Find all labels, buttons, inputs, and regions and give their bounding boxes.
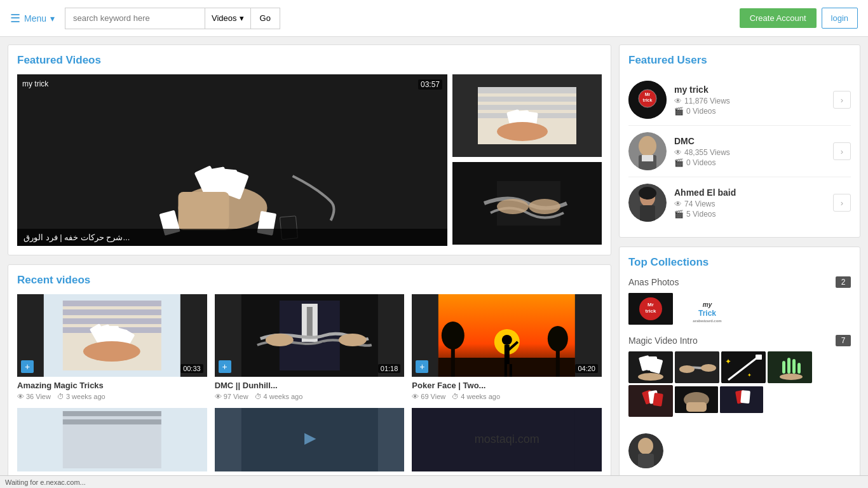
svg-rect-113 xyxy=(740,390,750,403)
svg-text:Trick: Trick xyxy=(698,309,716,318)
top-collections-title: Top Collections xyxy=(628,256,851,269)
featured-side-videos xyxy=(452,74,602,246)
recent-video-2-thumbnail: + 01:18 xyxy=(215,294,405,377)
eye-icon-u3: 👁 xyxy=(674,200,682,208)
add-to-collection-btn-1[interactable]: + xyxy=(21,360,34,373)
svg-point-23 xyxy=(529,199,560,214)
svg-text:Mr: Mr xyxy=(645,92,651,97)
svg-point-76 xyxy=(639,187,656,200)
eye-icon-2: 👁 xyxy=(215,393,222,400)
menu-chevron-icon: ▾ xyxy=(50,13,55,24)
svg-rect-95 xyxy=(756,355,762,360)
add-to-collection-btn-2[interactable]: + xyxy=(219,360,231,373)
bottom-video-2[interactable]: ▶ xyxy=(215,408,405,471)
user-2-name: DMC xyxy=(674,136,825,146)
bottom-video-3[interactable]: mostaqi.com xyxy=(412,408,602,471)
svg-point-115 xyxy=(638,438,653,454)
side-video-2[interactable] xyxy=(452,162,602,245)
video-3-views: 👁 69 View xyxy=(412,393,445,400)
featured-user-1[interactable]: Mr trick my trick 👁 11,876 Views 🎬 xyxy=(628,74,851,126)
status-bar: Waiting for e.nexac.com... xyxy=(0,475,868,488)
right-column: Featured Users Mr trick my trick xyxy=(619,44,860,488)
bottom-user-avatar xyxy=(628,433,663,468)
video-3-duration: 04:20 xyxy=(575,364,598,373)
user-2-chevron[interactable]: › xyxy=(833,142,851,160)
svg-rect-99 xyxy=(782,361,785,374)
collection-2-count: 7 xyxy=(836,335,851,346)
recent-video-1[interactable]: + 00:33 Amazing Magic Tricks 👁 36 View ⏱… xyxy=(17,294,207,400)
collection-2: Magic Video Intro 7 xyxy=(628,335,851,417)
left-column: Featured Videos xyxy=(8,44,611,488)
user-1-chevron[interactable]: › xyxy=(833,91,851,109)
featured-user-2[interactable]: DMC 👁 48,355 Views 🎬 0 Videos › xyxy=(628,126,851,177)
user-3-chevron[interactable]: › xyxy=(833,194,851,212)
coll-2-thumb-7[interactable] xyxy=(720,386,763,413)
recent-videos-title: Recent videos xyxy=(17,274,602,287)
video-1-meta: 👁 36 View ⏱ 3 weeks ago xyxy=(17,393,207,400)
svg-rect-51 xyxy=(510,364,512,377)
collection-1-thumb-2[interactable]: my Trick arabwizard.com xyxy=(675,293,739,325)
svg-point-55 xyxy=(548,326,568,351)
recent-videos-section: Recent videos xyxy=(8,264,611,481)
video-3-meta: 👁 69 View ⏱ 4 weeks ago xyxy=(412,393,602,400)
svg-point-53 xyxy=(442,322,465,349)
bottom-video-1[interactable] xyxy=(17,408,207,471)
login-button[interactable]: login xyxy=(822,8,858,29)
user-2-stats: 👁 48,355 Views 🎬 0 Videos xyxy=(674,148,825,167)
svg-rect-59 xyxy=(63,419,161,424)
coll-2-thumb-5[interactable] xyxy=(628,385,673,417)
collection-2-thumbs: ✦ ✦ xyxy=(628,351,851,417)
featured-videos-section: Featured Videos xyxy=(8,44,611,255)
user-1-views-stat: 👁 11,876 Views xyxy=(674,97,825,105)
svg-rect-48 xyxy=(505,345,510,364)
clock-icon-3: ⏱ xyxy=(452,393,459,400)
svg-point-42 xyxy=(338,334,366,346)
collection-1-count: 2 xyxy=(836,276,851,288)
recent-videos-grid: + 00:33 Amazing Magic Tricks 👁 36 View ⏱… xyxy=(17,294,602,400)
featured-main-video[interactable]: my trick 03:57 شرح حركات خفه | فرد الورق… xyxy=(17,74,447,246)
coll-2-thumb-6[interactable] xyxy=(675,386,718,413)
recent-video-2[interactable]: + 01:18 DMC || Dunhill... 👁 97 View ⏱ 4 … xyxy=(215,294,405,400)
svg-text:mostaqi.com: mostaqi.com xyxy=(475,433,539,445)
coll-2-thumb-3[interactable]: ✦ ✦ xyxy=(721,351,766,383)
collection-1-header: Anas Photos 2 xyxy=(628,276,851,288)
svg-rect-50 xyxy=(505,364,507,377)
user-1-info: my trick 👁 11,876 Views 🎬 0 Videos xyxy=(674,85,825,116)
coll-2-thumb-1[interactable] xyxy=(628,351,673,383)
collection-1-thumb-1[interactable]: Mr trick xyxy=(628,293,673,325)
search-type-dropdown[interactable]: Videos ▾ xyxy=(205,8,251,29)
user-1-stats: 👁 11,876 Views 🎬 0 Videos xyxy=(674,97,825,116)
user-1-name: my trick xyxy=(674,85,825,95)
svg-rect-107 xyxy=(653,393,663,407)
svg-rect-110 xyxy=(686,402,707,412)
user-3-videos-stat: 🎬 5 Videos xyxy=(674,210,825,219)
featured-user-3[interactable]: Ahmed El baid 👁 74 Views 🎬 5 Videos › xyxy=(628,177,851,228)
svg-rect-13 xyxy=(478,97,576,102)
svg-point-47 xyxy=(502,335,512,345)
coll-2-thumb-2[interactable] xyxy=(675,351,719,383)
user-1-avatar: Mr trick xyxy=(628,81,667,119)
eye-icon-u2: 👁 xyxy=(674,148,682,157)
coll-2-thumb-4[interactable] xyxy=(768,351,812,383)
user-2-views-stat: 👁 48,355 Views xyxy=(674,148,825,157)
create-account-button[interactable]: Create Account xyxy=(740,8,817,28)
main-video-title: شرح حركات خفه | فرد الورق... xyxy=(24,233,130,242)
top-collections-section: Top Collections Anas Photos 2 Mr trick xyxy=(619,247,860,478)
video-2-time: ⏱ 4 weeks ago xyxy=(255,393,303,400)
user-1-videos-stat: 🎬 0 Videos xyxy=(674,107,825,116)
recent-video-3[interactable]: + 04:20 Poker Face | Two... 👁 69 View ⏱ … xyxy=(412,294,602,400)
user-3-info: Ahmed El baid 👁 74 Views 🎬 5 Videos xyxy=(674,187,825,219)
search-go-button[interactable]: Go xyxy=(251,8,280,29)
collection-bottom-avatar xyxy=(628,427,851,468)
featured-videos-title: Featured Videos xyxy=(17,54,602,67)
add-to-collection-btn-3[interactable]: + xyxy=(416,360,428,373)
svg-rect-100 xyxy=(787,358,790,374)
search-input[interactable] xyxy=(65,8,205,29)
main-video-art xyxy=(17,74,447,246)
menu-button[interactable]: ☰ Menu ▾ xyxy=(10,11,55,25)
user-2-avatar xyxy=(628,132,667,170)
main-video-thumbnail xyxy=(17,74,447,246)
side-video-1[interactable] xyxy=(452,74,602,157)
svg-rect-40 xyxy=(306,307,312,339)
svg-rect-101 xyxy=(792,359,796,374)
